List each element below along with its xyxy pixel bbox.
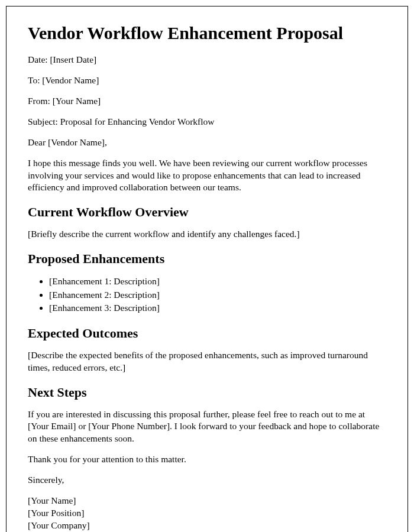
thanks-line: Thank you for your attention to this mat… bbox=[28, 453, 386, 466]
next-steps-heading: Next Steps bbox=[28, 385, 386, 400]
from-line: From: [Your Name] bbox=[28, 95, 386, 108]
to-line: To: [Vendor Name] bbox=[28, 74, 386, 87]
list-item: [Enhancement 2: Description] bbox=[49, 288, 386, 301]
list-item: [Enhancement 3: Description] bbox=[49, 301, 386, 314]
document-page: Vendor Workflow Enhancement Proposal Dat… bbox=[6, 6, 408, 532]
signature-position: [Your Position] bbox=[28, 507, 386, 520]
signature-name: [Your Name] bbox=[28, 495, 386, 507]
signoff: Sincerely, bbox=[28, 474, 386, 486]
salutation: Dear [Vendor Name], bbox=[28, 137, 386, 149]
next-steps-body: If you are interested in discussing this… bbox=[28, 408, 386, 446]
signature-company: [Your Company] bbox=[28, 520, 386, 532]
subject-line: Subject: Proposal for Enhancing Vendor W… bbox=[28, 116, 386, 128]
enhancements-list: [Enhancement 1: Description] [Enhancemen… bbox=[49, 275, 386, 314]
date-line: Date: [Insert Date] bbox=[28, 54, 386, 66]
overview-body: [Briefly describe the current workflow a… bbox=[28, 228, 386, 241]
list-item: [Enhancement 1: Description] bbox=[49, 275, 386, 288]
outcomes-heading: Expected Outcomes bbox=[28, 326, 386, 341]
intro-paragraph: I hope this message finds you well. We h… bbox=[28, 157, 386, 194]
outcomes-body: [Describe the expected benefits of the p… bbox=[28, 349, 386, 374]
signature-block: [Your Name] [Your Position] [Your Compan… bbox=[28, 495, 386, 532]
overview-heading: Current Workflow Overview bbox=[28, 205, 386, 220]
document-title: Vendor Workflow Enhancement Proposal bbox=[28, 23, 386, 43]
enhancements-heading: Proposed Enhancements bbox=[28, 251, 386, 267]
